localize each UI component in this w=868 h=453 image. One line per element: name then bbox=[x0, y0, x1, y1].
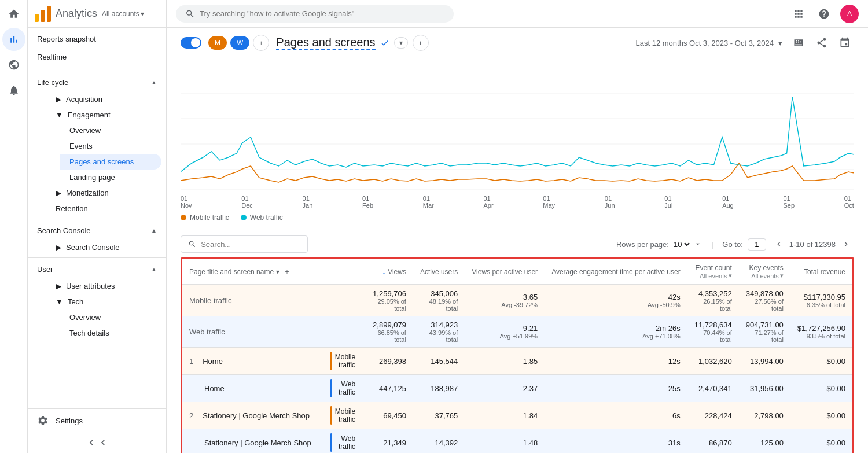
date-range[interactable]: Last 12 months Oct 3, 2023 - Oct 3, 2024… bbox=[636, 39, 782, 47]
add-segment-btn[interactable]: + bbox=[253, 35, 269, 51]
summary-web-views-per-user: 9.21 Avg +51.99% bbox=[465, 316, 545, 348]
col-header-views[interactable]: ↓ Views bbox=[366, 259, 413, 285]
search-bar[interactable] bbox=[176, 5, 454, 23]
summary-web-active-users: 314,923 43.99% of total bbox=[413, 316, 465, 348]
col-header-active-users[interactable]: Active users bbox=[413, 259, 465, 285]
cell-views: 447,125 bbox=[366, 375, 413, 402]
report-filter-dropdown[interactable]: ▾ bbox=[394, 37, 408, 49]
nav-search-console-header[interactable]: Search Console ▲ bbox=[28, 222, 166, 240]
go-to-page-input[interactable] bbox=[748, 238, 766, 251]
nav-icon-explore[interactable] bbox=[2, 53, 25, 76]
collapse-sidebar-btn[interactable] bbox=[28, 432, 166, 453]
header-right: A bbox=[789, 5, 859, 23]
nav-reports-snapshot[interactable]: Reports snapshot bbox=[28, 30, 161, 48]
rows-dropdown-icon bbox=[694, 240, 702, 248]
page-name: Home bbox=[203, 357, 223, 366]
customize-report-btn[interactable] bbox=[789, 34, 808, 52]
rows-per-page: Rows per page: 10 25 50 bbox=[616, 240, 702, 249]
table-search-icon bbox=[188, 240, 196, 249]
cell-avg-engagement: 12s bbox=[545, 348, 687, 375]
top-header: A bbox=[167, 0, 868, 28]
cell-revenue: $0.00 bbox=[790, 402, 852, 429]
nav-tech[interactable]: ▼ Tech bbox=[46, 294, 161, 310]
summary-mobile-active-users: 345,006 48.19% of total bbox=[413, 285, 465, 316]
add-dimension-btn[interactable]: + bbox=[282, 267, 292, 277]
prev-page-btn[interactable] bbox=[771, 236, 787, 252]
nav-acquisition[interactable]: ▶ Acquisition bbox=[46, 91, 161, 107]
nav-pages-screens[interactable]: Pages and screens bbox=[60, 154, 161, 170]
segment-chips: M W + bbox=[208, 35, 269, 51]
chart-wrapper bbox=[181, 68, 854, 195]
col-header-key-events[interactable]: Key events All events ▾ bbox=[739, 259, 790, 285]
nav-monetization[interactable]: ▶ Monetization bbox=[46, 185, 161, 201]
svg-rect-1 bbox=[41, 10, 45, 22]
nav-landing-page[interactable]: Landing page bbox=[60, 170, 161, 185]
nav-user-header[interactable]: User ▲ bbox=[28, 260, 166, 278]
nav-settings[interactable]: Settings bbox=[28, 409, 166, 432]
col-header-views-per-user[interactable]: Views per active user bbox=[465, 259, 545, 285]
cell-event-count: 2,470,341 bbox=[687, 375, 739, 402]
nav-icon-reports[interactable] bbox=[2, 28, 25, 51]
ga-logo bbox=[35, 6, 51, 22]
svg-rect-2 bbox=[47, 6, 51, 22]
table-toolbar: Rows per page: 10 25 50 | Go to: 1-10 of… bbox=[181, 231, 854, 257]
cell-views-per-user: 1.84 bbox=[465, 402, 545, 429]
nav-overview[interactable]: Overview bbox=[60, 123, 161, 138]
help-icon[interactable] bbox=[815, 5, 833, 23]
icon-strip bbox=[0, 0, 28, 453]
table-search-input[interactable] bbox=[201, 240, 300, 249]
compare-toggle[interactable] bbox=[181, 37, 201, 49]
search-console-expand-icon: ▲ bbox=[151, 227, 157, 234]
col-header-event-count[interactable]: Event count All events ▾ bbox=[687, 259, 739, 285]
cell-views-per-user: 1.48 bbox=[465, 429, 545, 454]
nav-tech-overview[interactable]: Overview bbox=[60, 310, 161, 325]
rows-per-page-select[interactable]: 10 25 50 bbox=[671, 240, 692, 249]
table-search-box[interactable] bbox=[181, 235, 308, 253]
share-btn[interactable] bbox=[812, 34, 831, 52]
nav-realtime[interactable]: Realtime bbox=[28, 48, 161, 66]
segment-chip-w[interactable]: W bbox=[230, 36, 249, 50]
nav-tech-details[interactable]: Tech details bbox=[60, 325, 161, 341]
nav-search-console[interactable]: ▶ Search Console bbox=[46, 240, 161, 255]
col-header-revenue[interactable]: Total revenue bbox=[790, 259, 852, 285]
segment-chip-m[interactable]: M bbox=[208, 36, 227, 50]
nav-user-attributes[interactable]: ▶ User attributes bbox=[46, 278, 161, 294]
summary-web-key-events: 904,731.00 71.27% of total bbox=[739, 316, 790, 348]
cell-key-events: 13,994.00 bbox=[739, 348, 790, 375]
chart-x-labels: 01Nov 01Dec 01Jan 01Feb 01Mar 01Apr 01Ma… bbox=[181, 195, 854, 211]
add-report-btn[interactable]: + bbox=[413, 35, 429, 51]
traffic-badge: Mobile traffic bbox=[330, 352, 359, 370]
nav-engagement[interactable]: ▼ Engagement bbox=[46, 107, 161, 123]
nav-retention[interactable]: Retention bbox=[46, 201, 161, 216]
line-chart bbox=[181, 68, 854, 195]
search-input[interactable] bbox=[200, 9, 444, 18]
col-header-page[interactable]: Page title and screen name ▾ + bbox=[182, 259, 323, 285]
cell-key-events: 125.00 bbox=[739, 429, 790, 454]
nav-lifecycle-header[interactable]: Life cycle ▲ bbox=[28, 73, 166, 91]
cell-page: 2 Stationery | Google Merch Shop bbox=[182, 402, 323, 429]
user-avatar[interactable]: A bbox=[840, 5, 859, 23]
chart-container: 01Nov 01Dec 01Jan 01Feb 01Mar 01Apr 01Ma… bbox=[167, 58, 868, 231]
next-page-btn[interactable] bbox=[838, 236, 854, 252]
table-row: 1 Home Mobile traffic 269,398 145,544 1.… bbox=[182, 348, 852, 375]
nav-icon-advertising[interactable] bbox=[2, 79, 25, 102]
summary-mobile-views: 1,259,706 29.05% of total bbox=[366, 285, 413, 316]
nav-events[interactable]: Events bbox=[60, 138, 161, 154]
data-table: Page title and screen name ▾ + ↓ Views bbox=[182, 259, 852, 453]
more-options-btn[interactable] bbox=[836, 34, 854, 52]
col-header-avg-engagement[interactable]: Average engagement time per active user bbox=[545, 259, 687, 285]
accounts-selector[interactable]: All accounts ▾ bbox=[102, 10, 144, 18]
nav-icon-home[interactable] bbox=[2, 2, 25, 25]
cell-page: Home bbox=[182, 375, 323, 402]
page-nav: 1-10 of 12398 bbox=[771, 236, 854, 252]
summary-web-event-count: 11,728,634 70.44% of total bbox=[687, 316, 739, 348]
row-num: 1 bbox=[189, 357, 198, 366]
apps-icon[interactable] bbox=[789, 5, 808, 23]
summary-web-row: Web traffic 2,899,079 66.85% of total 31… bbox=[182, 316, 852, 348]
cell-revenue: $0.00 bbox=[790, 375, 852, 402]
nav-bottom: Settings bbox=[28, 408, 166, 453]
report-actions bbox=[789, 34, 854, 52]
cell-views: 269,398 bbox=[366, 348, 413, 375]
cell-active-users: 188,987 bbox=[413, 375, 465, 402]
cell-avg-engagement: 25s bbox=[545, 375, 687, 402]
